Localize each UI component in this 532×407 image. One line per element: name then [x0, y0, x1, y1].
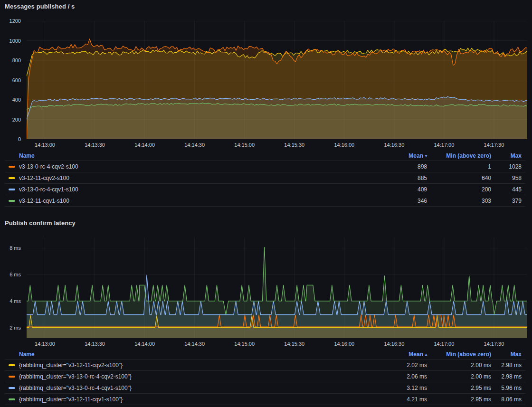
legend-row[interactable]: {rabbitmq_cluster="v3-13-0-rc-4-cqv2-s10…	[5, 371, 525, 382]
min-value: 640	[427, 175, 491, 181]
series-color-swatch[interactable]	[9, 177, 15, 179]
legend-header-row: Name Mean▴ Min (above zero) Max	[5, 350, 525, 360]
min-value: 200	[427, 186, 491, 193]
legend-row[interactable]: {rabbitmq_cluster="v3-12-11-cqv2-s100"}2…	[5, 360, 525, 371]
x-axis-label: 14:16:30	[374, 341, 414, 347]
mean-value: 2.06 ms	[370, 373, 427, 380]
legend-header-name[interactable]: Name	[9, 152, 370, 159]
x-axis-label: 14:16:30	[374, 142, 414, 148]
min-value: 2.00 ms	[427, 362, 491, 369]
x-axis-label: 14:17:00	[424, 142, 464, 148]
x-axis-label: 14:16:00	[324, 341, 364, 347]
max-value: 445	[491, 186, 522, 193]
panel-title[interactable]: Publish confirm latency	[5, 219, 76, 227]
series-color-swatch[interactable]	[9, 200, 15, 202]
y-axis-label: 1200	[0, 18, 21, 24]
y-axis-label: 0	[0, 136, 21, 142]
y-axis-label: 1000	[0, 38, 21, 44]
min-value: 2.95 ms	[427, 396, 491, 403]
series-name[interactable]: v3-12-11-cqv2-s100	[19, 175, 370, 181]
mean-value: 346	[370, 198, 427, 204]
x-axis-label: 14:16:00	[324, 142, 364, 148]
legend-header-name[interactable]: Name	[9, 351, 370, 358]
series-name[interactable]: {rabbitmq_cluster="v3-12-11-cqv1-s100"}	[19, 396, 370, 403]
sort-caret-icon: ▾	[425, 154, 427, 158]
min-value: 1	[427, 163, 491, 170]
grafana-dashboard: Messages published / s 02004006008001000…	[0, 0, 532, 407]
x-axis-label: 14:15:30	[275, 142, 314, 148]
y-axis-label: 600	[0, 77, 21, 83]
x-axis-label: 14:13:30	[75, 341, 115, 347]
series-color-swatch[interactable]	[9, 166, 15, 168]
min-value: 303	[427, 198, 491, 204]
legend-header-mean[interactable]: Mean▾	[370, 152, 427, 159]
x-axis-label: 14:14:30	[175, 142, 215, 148]
plot-area[interactable]	[27, 237, 527, 338]
series-color-swatch[interactable]	[9, 364, 15, 366]
y-axis-label: 200	[0, 117, 21, 123]
y-axis-label: 4 ms	[0, 298, 21, 304]
series-name[interactable]: {rabbitmq_cluster="v3-13-0-rc-4-cqv1-s10…	[19, 385, 370, 391]
min-value: 2.95 ms	[427, 385, 491, 391]
y-axis-label: 400	[0, 97, 21, 103]
mean-value: 885	[370, 175, 427, 181]
mean-value: 2.02 ms	[370, 362, 427, 369]
legend-table: Name Mean▾ Min (above zero) Max v3-13-0-…	[5, 151, 525, 207]
min-value: 2.00 ms	[427, 373, 491, 380]
legend-row[interactable]: v3-13-0-rc-4-cqv2-s10089811028	[5, 161, 525, 172]
mean-value: 898	[370, 163, 427, 170]
series-color-swatch[interactable]	[9, 189, 15, 190]
x-axis-label: 14:14:00	[125, 142, 165, 148]
legend-row[interactable]: v3-12-11-cqv2-s100885640958	[5, 172, 525, 184]
mean-value: 4.21 ms	[370, 396, 427, 403]
legend-header-min[interactable]: Min (above zero)	[427, 152, 491, 159]
x-axis-label: 14:15:00	[225, 341, 265, 347]
x-axis-label: 14:17:00	[424, 341, 464, 347]
plot-area[interactable]	[27, 21, 527, 139]
x-axis-label: 14:15:30	[275, 341, 314, 347]
x-axis-label: 14:14:00	[125, 341, 165, 347]
panel-title[interactable]: Messages published / s	[5, 3, 75, 10]
legend-header-min[interactable]: Min (above zero)	[427, 351, 491, 358]
x-axis-label: 14:13:00	[25, 341, 65, 347]
mean-value: 3.12 ms	[370, 385, 427, 391]
x-axis-label: 14:13:00	[25, 142, 65, 148]
legend-header-max[interactable]: Max	[491, 351, 522, 358]
legend-row[interactable]: {rabbitmq_cluster="v3-12-11-cqv1-s100"}4…	[5, 394, 525, 405]
y-axis-label: 6 ms	[0, 272, 21, 277]
max-value: 1028	[491, 163, 522, 170]
legend-header-max[interactable]: Max	[491, 152, 522, 159]
series-color-swatch[interactable]	[9, 376, 15, 378]
legend-row[interactable]: v3-12-11-cqv1-s100346303379	[5, 195, 525, 207]
sort-caret-icon: ▴	[425, 352, 427, 357]
y-axis-label: 800	[0, 57, 21, 63]
series-name[interactable]: {rabbitmq_cluster="v3-12-11-cqv2-s100"}	[19, 362, 370, 369]
series-color-swatch[interactable]	[9, 387, 15, 389]
x-axis-label: 14:14:30	[175, 341, 215, 347]
x-axis-label: 14:17:30	[474, 341, 514, 347]
legend-table: Name Mean▴ Min (above zero) Max {rabbitm…	[5, 350, 525, 405]
y-axis-label: 2 ms	[0, 325, 21, 331]
legend-row[interactable]: {rabbitmq_cluster="v3-13-0-rc-4-cqv1-s10…	[5, 382, 525, 394]
max-value: 958	[491, 175, 522, 181]
mean-value: 409	[370, 186, 427, 193]
legend-header-row: Name Mean▾ Min (above zero) Max	[5, 151, 525, 161]
x-axis-label: 14:17:30	[474, 142, 514, 148]
legend-header-mean[interactable]: Mean▴	[370, 351, 427, 358]
legend-row[interactable]: v3-13-0-rc-4-cqv1-s100409200445	[5, 184, 525, 195]
x-axis-label: 14:15:00	[225, 142, 265, 148]
x-axis-label: 14:13:30	[75, 142, 115, 148]
max-value: 2.98 ms	[491, 373, 522, 380]
max-value: 379	[491, 198, 522, 204]
series-name[interactable]: v3-13-0-rc-4-cqv1-s100	[19, 186, 370, 193]
y-axis-label: 8 ms	[0, 245, 21, 251]
series-color-swatch[interactable]	[9, 398, 15, 400]
max-value: 8.06 ms	[491, 396, 522, 403]
series-name[interactable]: v3-12-11-cqv1-s100	[19, 198, 370, 204]
max-value: 2.98 ms	[491, 362, 522, 369]
series-name[interactable]: {rabbitmq_cluster="v3-13-0-rc-4-cqv2-s10…	[19, 373, 370, 380]
max-value: 5.96 ms	[491, 385, 522, 391]
series-name[interactable]: v3-13-0-rc-4-cqv2-s100	[19, 163, 370, 170]
